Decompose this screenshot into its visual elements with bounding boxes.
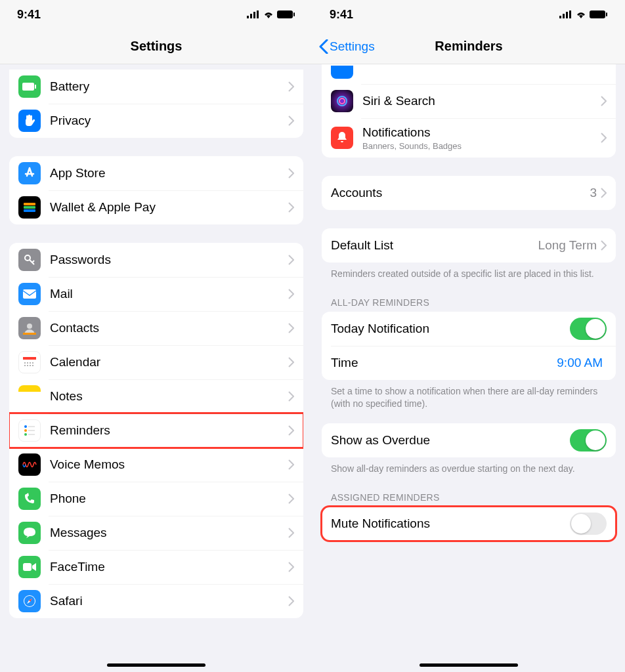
row-show-overdue[interactable]: Show as Overdue [322, 423, 616, 457]
accounts-group: Accounts 3 [322, 176, 616, 210]
row-messages[interactable]: Messages [9, 516, 303, 550]
row-label: Safari [50, 594, 288, 608]
row-phone[interactable]: Phone [9, 482, 303, 516]
allday-group: Today Notification Time 9:00 AM [322, 312, 616, 380]
cellular-icon [559, 10, 572, 18]
svg-point-40 [339, 98, 345, 104]
row-voice-memos[interactable]: Voice Memos [9, 448, 303, 482]
row-partial-top[interactable] [322, 64, 616, 84]
bell-icon [331, 127, 353, 149]
page-title: Settings [131, 39, 183, 54]
row-contacts[interactable]: Contacts [9, 311, 303, 345]
home-indicator[interactable] [420, 663, 518, 667]
svg-rect-15 [23, 357, 36, 360]
row-time[interactable]: Time 9:00 AM [322, 346, 616, 380]
battery-icon [18, 75, 41, 98]
svg-rect-4 [277, 10, 293, 18]
chevron-right-icon [288, 168, 294, 178]
row-mail[interactable]: Mail [9, 277, 303, 311]
settings-group-1: Battery Privacy [9, 70, 303, 138]
reminders-settings-list[interactable]: Siri & Search Notifications Banners, Sou… [312, 64, 625, 672]
row-today-notification[interactable]: Today Notification [322, 312, 616, 346]
row-label: Mail [50, 287, 288, 301]
wifi-icon [263, 10, 274, 18]
row-label: Reminders [50, 423, 288, 438]
nav-bar: Settings [0, 29, 312, 64]
row-label: Passwords [50, 253, 288, 267]
svg-point-26 [24, 433, 27, 436]
assigned-header: ASSIGNED REMINDERS [331, 492, 607, 503]
svg-rect-38 [606, 12, 607, 16]
default-list-group: Default List Long Term [322, 228, 616, 262]
overdue-footer: Show all-day reminders as overdue starti… [331, 463, 607, 475]
back-button[interactable]: Settings [319, 39, 375, 54]
svg-rect-0 [247, 16, 249, 18]
wallet-icon [18, 196, 41, 219]
chevron-right-icon [288, 494, 294, 504]
svg-point-20 [24, 365, 26, 366]
messages-icon [18, 522, 41, 544]
settings-list[interactable]: Battery Privacy App Store Wallet & Apple… [0, 64, 312, 672]
row-reminders[interactable]: Reminders [9, 413, 303, 448]
home-indicator[interactable] [107, 663, 205, 667]
row-battery[interactable]: Battery [9, 70, 303, 104]
row-calendar[interactable]: Calendar [9, 345, 303, 379]
svg-rect-5 [293, 12, 295, 16]
chevron-right-icon [288, 81, 294, 92]
row-privacy[interactable]: Privacy [9, 104, 303, 138]
row-default-list[interactable]: Default List Long Term [322, 228, 616, 262]
row-safari[interactable]: Safari [9, 584, 303, 618]
settings-group-2: App Store Wallet & Apple Pay [9, 156, 303, 224]
battery-icon [277, 10, 295, 18]
chevron-right-icon [288, 562, 294, 572]
chevron-right-icon [288, 528, 294, 538]
row-label: Today Notification [331, 322, 570, 336]
svg-rect-30 [23, 563, 32, 571]
contacts-icon [18, 317, 41, 339]
row-notes[interactable]: Notes [9, 379, 303, 413]
row-label: Notifications [362, 125, 601, 140]
chevron-right-icon [288, 391, 294, 402]
svg-rect-36 [569, 10, 571, 18]
svg-point-21 [27, 365, 28, 366]
row-passwords[interactable]: Passwords [9, 243, 303, 277]
svg-point-16 [24, 362, 26, 364]
status-bar: 9:41 [312, 0, 625, 29]
svg-point-24 [24, 425, 27, 428]
row-siri-search[interactable]: Siri & Search [322, 84, 616, 118]
row-wallet[interactable]: Wallet & Apple Pay [9, 190, 303, 224]
svg-point-22 [30, 365, 31, 366]
row-facetime[interactable]: FaceTime [9, 550, 303, 584]
row-label: Show as Overdue [331, 433, 570, 448]
row-label: Messages [50, 526, 288, 540]
top-group: Siri & Search Notifications Banners, Sou… [322, 64, 616, 158]
phone-reminders-settings: 9:41 Settings Reminders Siri & Search [312, 0, 625, 672]
row-mute-notifications[interactable]: Mute Notifications [322, 507, 616, 541]
mute-group: Mute Notifications [322, 507, 616, 541]
allday-footer: Set a time to show a notification when t… [331, 385, 607, 410]
row-appstore[interactable]: App Store [9, 156, 303, 190]
row-label: Calendar [50, 355, 288, 369]
row-label: Accounts [331, 186, 590, 200]
svg-point-23 [32, 365, 33, 366]
battery-icon [590, 10, 608, 18]
row-label: Wallet & Apple Pay [50, 200, 288, 215]
appstore-icon [18, 162, 41, 184]
chevron-right-icon [601, 188, 607, 198]
row-notifications[interactable]: Notifications Banners, Sounds, Badges [322, 118, 616, 158]
show-overdue-toggle[interactable] [570, 429, 607, 452]
wifi-icon [575, 10, 587, 18]
facetime-icon [18, 556, 41, 578]
chevron-right-icon [288, 357, 294, 368]
svg-point-18 [30, 362, 31, 364]
status-time: 9:41 [330, 8, 353, 22]
svg-rect-35 [566, 12, 568, 18]
allday-header: ALL-DAY REMINDERS [331, 297, 607, 308]
chevron-left-icon [319, 39, 328, 54]
today-notification-toggle[interactable] [570, 318, 607, 340]
svg-rect-9 [24, 206, 35, 209]
row-value: Long Term [538, 238, 597, 253]
chevron-right-icon [288, 116, 294, 126]
row-accounts[interactable]: Accounts 3 [322, 176, 616, 210]
mute-notifications-toggle[interactable] [570, 513, 607, 535]
